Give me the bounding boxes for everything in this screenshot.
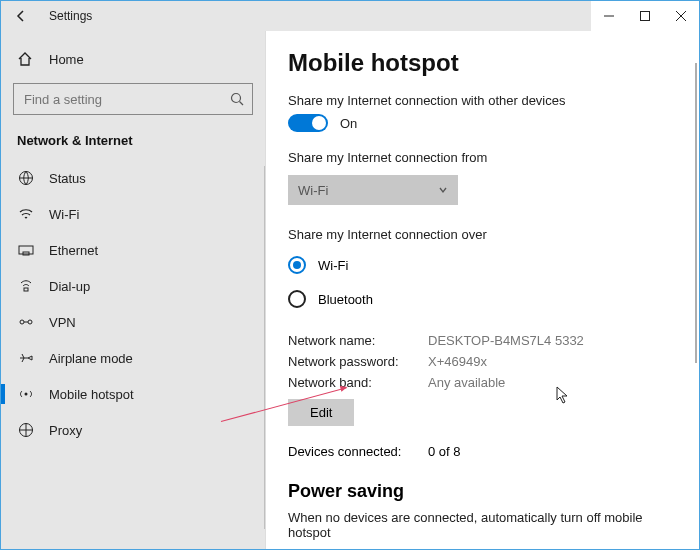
sidebar: Home Network & Internet Status Wi-Fi Eth… [1,31,266,549]
sidebar-item-ethernet[interactable]: Ethernet [9,232,257,268]
sidebar-item-label: Ethernet [49,243,98,258]
home-nav[interactable]: Home [9,45,257,73]
dialup-icon [17,278,35,294]
home-icon [17,51,35,67]
network-band-key: Network band: [288,375,428,390]
sidebar-item-label: Proxy [49,423,82,438]
share-from-label: Share my Internet connection from [288,150,677,165]
vpn-icon [17,314,35,330]
page-title: Mobile hotspot [288,49,677,77]
proxy-icon [17,422,35,438]
nav-list: Status Wi-Fi Ethernet Dial-up VPN Airpla… [9,160,257,448]
share-over-label: Share my Internet connection over [288,227,677,242]
network-band-value: Any available [428,375,505,390]
sidebar-item-dialup[interactable]: Dial-up [9,268,257,304]
svg-line-5 [240,102,244,106]
maximize-button[interactable] [627,1,663,31]
sidebar-item-label: Mobile hotspot [49,387,134,402]
svg-rect-1 [641,12,650,21]
main-panel: Mobile hotspot Share my Internet connect… [266,31,699,549]
home-label: Home [49,52,84,67]
sidebar-item-hotspot[interactable]: Mobile hotspot [9,376,257,412]
sidebar-item-status[interactable]: Status [9,160,257,196]
share-toggle[interactable] [288,114,328,132]
sidebar-item-label: Status [49,171,86,186]
chevron-down-icon [438,185,448,195]
svg-point-10 [20,320,24,324]
sidebar-item-vpn[interactable]: VPN [9,304,257,340]
globe-icon [17,170,35,186]
network-password-key: Network password: [288,354,428,369]
network-name-key: Network name: [288,333,428,348]
wifi-icon [17,206,35,222]
radio-circle-icon [288,256,306,274]
sidebar-item-airplane[interactable]: Airplane mode [9,340,257,376]
network-name-value: DESKTOP-B4MS7L4 5332 [428,333,584,348]
edit-button[interactable]: Edit [288,399,354,426]
radio-bluetooth[interactable]: Bluetooth [288,282,677,316]
radio-bt-label: Bluetooth [318,292,373,307]
svg-rect-9 [24,288,28,291]
section-header: Network & Internet [9,129,257,160]
back-button[interactable] [9,4,33,28]
sidebar-item-proxy[interactable]: Proxy [9,412,257,448]
share-toggle-state: On [340,116,357,131]
minimize-button[interactable] [591,1,627,31]
share-from-select[interactable]: Wi-Fi [288,175,458,205]
radio-wifi-label: Wi-Fi [318,258,348,273]
scrollbar[interactable] [693,31,697,549]
radio-circle-icon [288,290,306,308]
share-from-value: Wi-Fi [298,183,328,198]
svg-point-11 [28,320,32,324]
share-toggle-label: Share my Internet connection with other … [288,93,677,108]
power-saving-heading: Power saving [288,481,677,502]
search-input[interactable] [22,91,230,108]
sidebar-item-label: VPN [49,315,76,330]
network-password-value: X+46949x [428,354,487,369]
close-button[interactable] [663,1,699,31]
sidebar-item-label: Airplane mode [49,351,133,366]
sidebar-item-label: Wi-Fi [49,207,79,222]
devices-connected-key: Devices connected: [288,444,428,459]
power-saving-text: When no devices are connected, automatic… [288,510,677,540]
title-bar: Settings [1,1,699,31]
svg-point-13 [25,393,28,396]
svg-rect-7 [19,246,33,254]
airplane-icon [17,350,35,366]
devices-connected-value: 0 of 8 [428,444,461,459]
sidebar-item-wifi[interactable]: Wi-Fi [9,196,257,232]
search-box[interactable] [13,83,253,115]
search-icon [230,92,244,106]
svg-point-4 [232,94,241,103]
ethernet-icon [17,242,35,258]
window-title: Settings [49,9,92,23]
radio-wifi[interactable]: Wi-Fi [288,248,677,282]
hotspot-icon [17,386,35,402]
sidebar-item-label: Dial-up [49,279,90,294]
